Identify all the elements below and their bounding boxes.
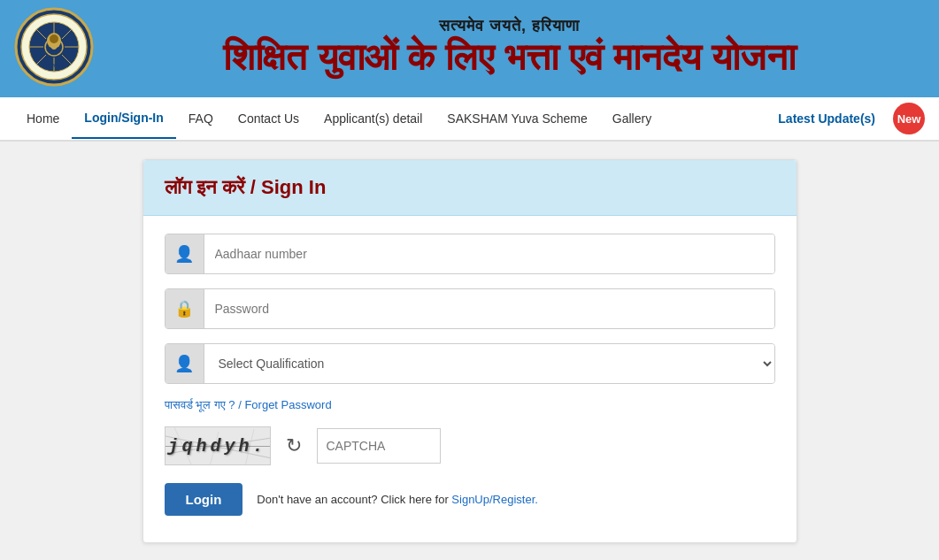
main-content: लॉग इन करें / Sign In 👤 🔒 👤 Select Quali…: [0, 142, 939, 560]
qualification-user-icon: 👤: [165, 344, 204, 383]
login-card: लॉग इन करें / Sign In 👤 🔒 👤 Select Quali…: [142, 159, 797, 543]
nav-gallery[interactable]: Gallery: [600, 99, 664, 138]
user-icon: 👤: [165, 234, 204, 273]
svg-point-14: [50, 35, 58, 43]
qualification-group: 👤 Select Qualification 10th 12th Graduat…: [165, 343, 775, 384]
password-input[interactable]: [204, 289, 774, 328]
header: HARYANA सत्यमेव जयते, हरियाणा शिक्षित यु…: [0, 0, 939, 97]
qualification-select[interactable]: Select Qualification 10th 12th Graduate …: [204, 344, 774, 383]
logo: HARYANA: [14, 7, 94, 90]
signup-prompt: Don't have an account? Click here for: [257, 493, 448, 506]
refresh-icon: ↻: [286, 434, 302, 457]
password-group: 🔒: [165, 288, 775, 329]
signup-text: Don't have an account? Click here for Si…: [257, 493, 538, 506]
nav-latest-updates[interactable]: Latest Update(s): [766, 99, 888, 138]
navbar: Home Login/Sign-In FAQ Contact Us Applic…: [0, 97, 939, 142]
forgot-password-link[interactable]: पासवर्ड भूल गए ? / Forget Password: [165, 398, 332, 411]
captcha-input[interactable]: [317, 428, 441, 464]
aadhaar-group: 👤: [165, 234, 775, 274]
nav-latest: Latest Update(s) New: [766, 99, 925, 138]
captcha-refresh-button[interactable]: ↻: [280, 432, 308, 460]
nav-login[interactable]: Login/Sign-In: [72, 98, 175, 139]
nav-faq[interactable]: FAQ: [176, 99, 226, 138]
captcha-image: jqhdyh.: [165, 426, 271, 465]
header-title: शिक्षित युवाओं के लिए भत्ता एवं मानदेय य…: [223, 35, 796, 80]
header-text: सत्यमेव जयते, हरियाणा शिक्षित युवाओं के …: [94, 17, 925, 80]
nav-saksham[interactable]: SAKSHAM Yuva Scheme: [435, 99, 599, 138]
login-title: लॉग इन करें / Sign In: [165, 176, 327, 198]
nav-applicant[interactable]: Applicant(s) detail: [312, 99, 435, 138]
nav-contact[interactable]: Contact Us: [226, 99, 312, 138]
captcha-text: jqhdyh.: [167, 436, 266, 456]
login-row: Login Don't have an account? Click here …: [165, 483, 775, 516]
lock-icon: 🔒: [165, 289, 204, 328]
nav-home[interactable]: Home: [14, 99, 72, 138]
svg-text:HARYANA: HARYANA: [43, 63, 65, 68]
header-subtitle: सत्यमेव जयते, हरियाणा: [439, 17, 580, 35]
signup-link[interactable]: SignUp/Register.: [451, 493, 538, 506]
login-header: लॉग इन करें / Sign In: [143, 160, 797, 216]
captcha-row: jqhdyh. ↻: [165, 426, 775, 465]
forgot-password-row: पासवर्ड भूल गए ? / Forget Password: [165, 398, 775, 412]
new-badge: New: [893, 103, 925, 134]
aadhaar-input[interactable]: [204, 234, 774, 273]
login-button[interactable]: Login: [165, 483, 243, 516]
